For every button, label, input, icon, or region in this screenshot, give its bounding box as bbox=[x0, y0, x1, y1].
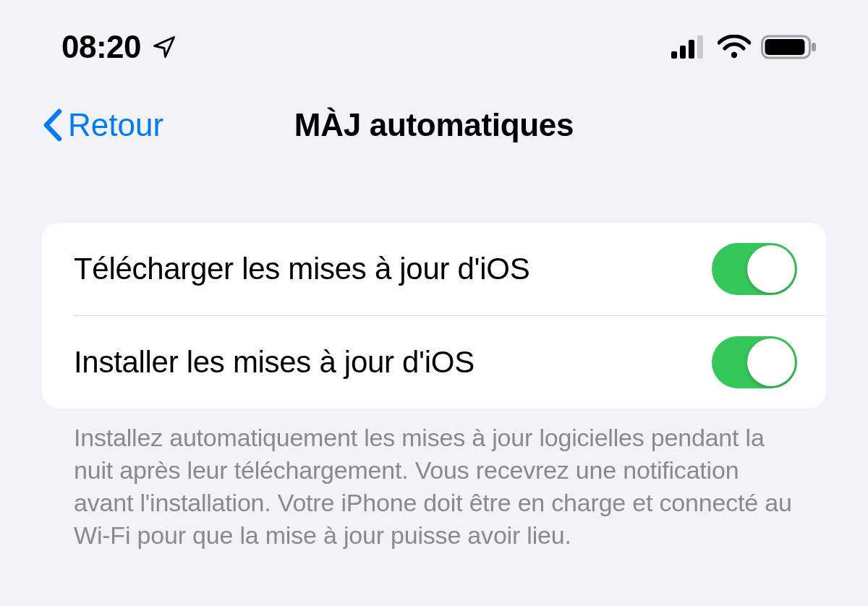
svg-rect-2 bbox=[689, 40, 694, 59]
status-bar: 08:20 bbox=[0, 0, 868, 87]
location-icon bbox=[151, 34, 177, 60]
row-label: Télécharger les mises à jour d'iOS bbox=[74, 252, 529, 286]
svg-point-4 bbox=[731, 52, 737, 58]
status-right bbox=[671, 34, 817, 60]
settings-group: Télécharger les mises à jour d'iOS Insta… bbox=[42, 223, 826, 409]
wifi-icon bbox=[718, 35, 751, 59]
toggle-knob bbox=[747, 338, 795, 386]
status-time: 08:20 bbox=[61, 29, 141, 65]
svg-rect-0 bbox=[671, 51, 677, 59]
back-button[interactable]: Retour bbox=[42, 107, 163, 143]
toggle-knob bbox=[747, 245, 795, 293]
nav-bar: Retour MÀJ automatiques bbox=[0, 87, 868, 179]
toggle-download-updates[interactable] bbox=[712, 243, 797, 295]
svg-rect-1 bbox=[680, 46, 686, 59]
svg-rect-7 bbox=[812, 43, 816, 51]
row-label: Installer les mises à jour d'iOS bbox=[74, 345, 475, 380]
back-label: Retour bbox=[68, 107, 163, 143]
svg-rect-6 bbox=[765, 39, 805, 55]
svg-rect-3 bbox=[697, 35, 703, 59]
chevron-left-icon bbox=[42, 108, 64, 142]
toggle-install-updates[interactable] bbox=[712, 336, 797, 388]
battery-icon bbox=[761, 34, 817, 60]
row-download-updates: Télécharger les mises à jour d'iOS bbox=[42, 223, 826, 315]
status-left: 08:20 bbox=[61, 29, 177, 65]
cellular-signal-icon bbox=[671, 35, 707, 59]
group-footer-text: Installez automatiquement les mises à jo… bbox=[42, 422, 826, 552]
row-install-updates: Installer les mises à jour d'iOS bbox=[42, 316, 826, 409]
